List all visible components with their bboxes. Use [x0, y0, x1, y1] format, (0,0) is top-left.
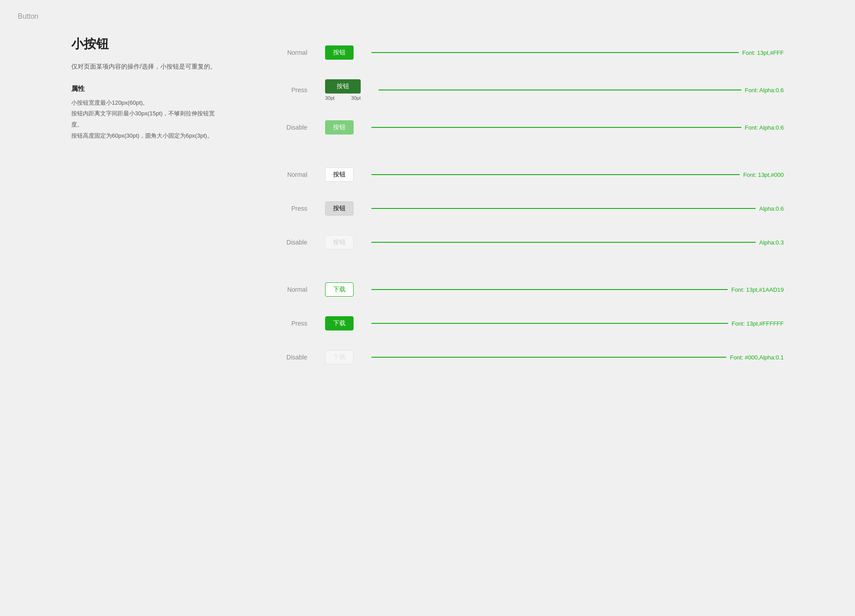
- left-panel: 小按钮 仅对页面某项内容的操作/选择，小按钮是可重复的。 属性 小按钮宽度最小1…: [71, 36, 223, 374]
- state-label-on: Normal: [276, 286, 307, 293]
- dim-left: 30pt: [325, 95, 334, 101]
- annotation-outline-press: Font: 13pt,#FFFFFF: [371, 320, 784, 327]
- group-gap-2: [276, 259, 784, 273]
- btn-green-normal[interactable]: 按钮: [325, 45, 354, 60]
- attr-line-3: 按钮高度固定为60px(30pt)，圆角大小固定为6px(3pt)。: [71, 132, 213, 139]
- dimension-labels: 30pt 30pt: [325, 95, 361, 101]
- right-panel: Normal 按钮 Font: 13pt,#FFF Press 按钮 30pt …: [276, 36, 784, 374]
- annotation-text-green-disable: Font: Alpha:0.6: [745, 124, 784, 131]
- page-title-label: Button: [18, 12, 38, 20]
- section-desc: 仅对页面某项内容的操作/选择，小按钮是可重复的。: [71, 61, 223, 72]
- section-title: 小按钮: [71, 36, 223, 53]
- btn-row-green-normal: Normal 按钮 Font: 13pt,#FFF: [276, 36, 784, 69]
- state-label-od: Disable: [276, 354, 307, 361]
- annotation-text-white-disable: Alpha:0.3: [759, 239, 784, 246]
- btn-white-normal-wrapper: 按钮: [325, 167, 354, 182]
- attr-title: 属性: [71, 85, 223, 93]
- btn-green-disable: 按钮: [325, 120, 354, 135]
- btn-row-white-normal: Normal 按钮 Font: 13pt,#000: [276, 158, 784, 192]
- btn-white-press-wrapper: 按钮: [325, 201, 354, 216]
- btn-white-disable-wrapper: 按钮: [325, 235, 354, 249]
- annotation-text-green-press: Font: Alpha:0.6: [745, 87, 784, 94]
- dim-right: 30pt: [351, 95, 361, 101]
- annotation-text-green-normal: Font: 13pt,#FFF: [742, 49, 784, 56]
- annotation-green-normal: Font: 13pt,#FFF: [371, 49, 784, 56]
- annotation-outline-normal: Font: 13pt,#1AAD19: [371, 286, 784, 293]
- btn-green-press-wrapper: 按钮 30pt 30pt: [325, 79, 361, 101]
- annotation-text-white-press: Alpha:0.6: [759, 205, 784, 212]
- annotation-white-disable: Alpha:0.3: [371, 239, 784, 246]
- annotation-text-outline-press: Font: 13pt,#FFFFFF: [732, 320, 784, 327]
- annotation-white-normal: Font: 13pt,#000: [371, 171, 784, 178]
- attr-line-2: 按钮内距离文字间距最小30px(15pt)，不够则拉伸按钮宽度。: [71, 110, 215, 128]
- annotation-green-press: Font: Alpha:0.6: [379, 87, 784, 94]
- annotation-text-outline-disable: Font: #000,Alpha:0.1: [730, 354, 784, 361]
- annotation-white-press: Alpha:0.6: [371, 205, 784, 212]
- group-gap-1: [276, 144, 784, 158]
- btn-green-press[interactable]: 按钮: [325, 79, 361, 94]
- btn-row-white-disable: Disable 按钮 Alpha:0.3: [276, 225, 784, 259]
- annotation-text-outline-normal: Font: 13pt,#1AAD19: [731, 286, 784, 293]
- btn-row-outline-disable: Disable 下载 Font: #000,Alpha:0.1: [276, 340, 784, 374]
- annotation-text-white-normal: Font: 13pt,#000: [743, 171, 784, 178]
- btn-outline-normal-wrapper: 下载: [325, 282, 354, 297]
- state-label-press: Press: [276, 86, 307, 94]
- btn-outline-disable: 下载: [325, 350, 354, 364]
- attr-line-1: 小按钮宽度最小120px(60pt)。: [71, 99, 148, 106]
- btn-outline-press-wrapper: 下载: [325, 316, 354, 330]
- state-label-wp: Press: [276, 205, 307, 212]
- btn-outline-normal[interactable]: 下载: [325, 282, 354, 297]
- attr-text: 小按钮宽度最小120px(60pt)。 按钮内距离文字间距最小30px(15pt…: [71, 98, 223, 142]
- btn-row-white-press: Press 按钮 Alpha:0.6: [276, 192, 784, 225]
- state-label-disable: Disable: [276, 124, 307, 131]
- btn-white-disable: 按钮: [325, 235, 354, 249]
- btn-row-green-press: Press 按钮 30pt 30pt Font: Alpha:0.6: [276, 69, 784, 110]
- btn-row-green-disable: Disable 按钮 Font: Alpha:0.6: [276, 110, 784, 144]
- btn-white-normal[interactable]: 按钮: [325, 167, 354, 182]
- state-label: Normal: [276, 49, 307, 56]
- state-label-wd: Disable: [276, 239, 307, 246]
- state-label-wn: Normal: [276, 171, 307, 178]
- btn-row-outline-normal: Normal 下载 Font: 13pt,#1AAD19: [276, 273, 784, 306]
- btn-white-press[interactable]: 按钮: [325, 201, 354, 216]
- btn-row-outline-press: Press 下载 Font: 13pt,#FFFFFF: [276, 306, 784, 340]
- btn-outline-disable-wrapper: 下载: [325, 350, 354, 364]
- btn-green-normal-wrapper: 按钮: [325, 45, 354, 60]
- annotation-green-disable: Font: Alpha:0.6: [371, 124, 784, 131]
- annotation-outline-disable: Font: #000,Alpha:0.1: [371, 354, 784, 361]
- state-label-op: Press: [276, 320, 307, 327]
- btn-outline-press[interactable]: 下载: [325, 316, 354, 330]
- btn-green-disable-wrapper: 按钮: [325, 120, 354, 135]
